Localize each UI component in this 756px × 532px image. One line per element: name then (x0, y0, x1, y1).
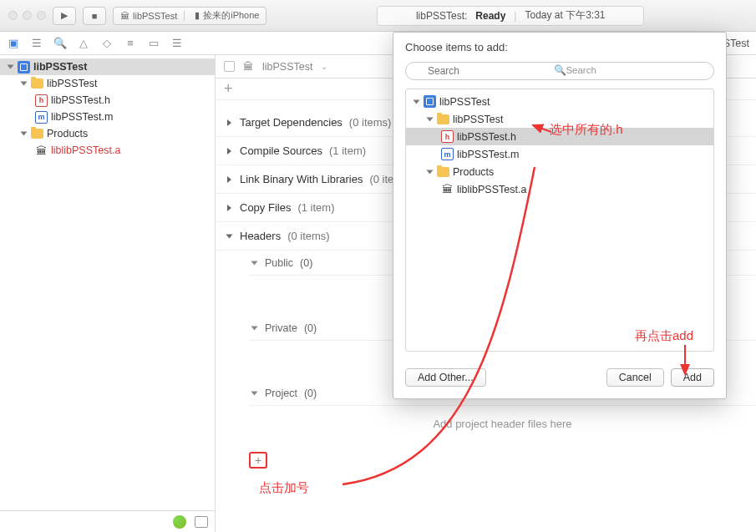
symbol-navigator-icon[interactable]: ☰ (30, 37, 43, 50)
sheet-lib-row[interactable]: 🏛 liblibPSSTest.a (406, 180, 713, 198)
phase-deps-label: Target Dependencies (240, 116, 342, 129)
folder-icon (437, 114, 449, 124)
sheet-footer: Add Other... Cancel Add (393, 360, 726, 398)
status-time: Today at 下午3:31 (525, 8, 605, 23)
headers-private-label: Private (265, 322, 297, 334)
file-h-label: libPSSTest.h (51, 94, 110, 106)
headers-project-count: (0) (304, 388, 317, 399)
group-main-row[interactable]: libPSSTest (0, 75, 215, 92)
sheet-file-m-label: libPSSTest.m (457, 149, 519, 160)
sheet-file-m-row[interactable]: m libPSSTest.m (406, 145, 713, 163)
target-name-label: libPSSTest (262, 61, 312, 73)
navigator-bottom-bar (0, 510, 215, 532)
zoom-window-icon[interactable] (37, 11, 46, 20)
window-traffic-lights[interactable] (8, 11, 46, 20)
cancel-button[interactable]: Cancel (606, 368, 664, 387)
sheet-root-label: libPSSTest (439, 96, 490, 108)
stop-button[interactable]: ■ (83, 7, 106, 25)
device-icon: ▮ (195, 10, 200, 21)
report-navigator-icon[interactable]: ☰ (170, 37, 184, 50)
sheet-folder-label: libPSSTest (453, 114, 503, 125)
target-lib-icon: 🏛 (243, 61, 254, 73)
folder-icon (31, 79, 43, 89)
phase-compile-label: Compile Sources (240, 144, 322, 157)
project-navigator-icon[interactable]: ▣ (7, 37, 20, 50)
target-list-icon[interactable] (224, 61, 235, 72)
phase-deps-count: (0 items) (349, 116, 392, 129)
project-navigator: libPSSTest libPSSTest h libPSSTest.h m l… (0, 55, 216, 532)
library-icon: 🏛 (120, 11, 129, 21)
sheet-file-h-label: libPSSTest.h (457, 131, 516, 143)
search-placeholder-overlay: Search (566, 65, 596, 75)
library-icon: 🏛 (35, 144, 48, 157)
run-button[interactable]: ▶ (53, 7, 76, 25)
file-m-label: libPSSTest.m (51, 111, 113, 123)
close-window-icon[interactable] (8, 11, 18, 20)
headers-project-placeholder: Add project header files here (249, 406, 756, 447)
test-navigator-icon[interactable]: ◇ (100, 37, 114, 50)
headers-project-label: Project (265, 388, 297, 399)
sheet-products-label: Products (453, 166, 494, 178)
file-m-row[interactable]: m libPSSTest.m (0, 109, 215, 125)
group-products-row[interactable]: Products (0, 125, 215, 142)
impl-file-icon: m (35, 111, 48, 124)
sheet-lib-label: liblibPSSTest.a (457, 184, 526, 195)
expand-icon[interactable] (195, 516, 208, 528)
impl-file-icon: m (441, 148, 454, 160)
add-header-button[interactable]: + (249, 452, 267, 469)
sheet-root-row[interactable]: libPSSTest (406, 93, 713, 110)
library-icon: 🏛 (441, 183, 454, 195)
scheme-device-label: 捡来的iPhone (203, 9, 259, 22)
sheet-folder-row[interactable]: libPSSTest (406, 110, 713, 128)
sheet-file-h-row[interactable]: h libPSSTest.h (406, 128, 713, 145)
activity-status: libPSSTest: Ready | Today at 下午3:31 (273, 6, 748, 26)
phase-compile-count: (1 item) (329, 144, 366, 157)
headers-public-label: Public (265, 257, 293, 269)
sheet-file-tree[interactable]: libPSSTest libPSSTest h libPSSTest.h m l… (405, 89, 714, 352)
phase-copy-label: Copy Files (240, 201, 291, 214)
add-other-button[interactable]: Add Other... (405, 368, 486, 387)
window-titlebar: ▶ ■ 🏛libPSSTest ▮捡来的iPhone libPSSTest: R… (0, 0, 756, 32)
project-icon (18, 61, 30, 73)
minimize-window-icon[interactable] (23, 11, 32, 20)
sheet-title: Choose items to add: (393, 33, 726, 58)
header-file-icon: h (441, 130, 454, 143)
scheme-target-label: libPSSTest (133, 11, 177, 21)
group-products-label: Products (47, 128, 88, 139)
issue-navigator-icon[interactable]: △ (77, 37, 90, 50)
phase-headers-count: (0 items) (287, 230, 330, 242)
add-button[interactable]: Add (671, 368, 714, 387)
sheet-products-row[interactable]: Products (406, 163, 713, 180)
activity-indicator-icon[interactable] (173, 515, 186, 529)
project-icon (424, 95, 436, 108)
phase-headers-label: Headers (240, 230, 281, 242)
find-navigator-icon[interactable]: 🔍 (53, 37, 67, 50)
product-lib-label: liblibPSSTest.a (51, 144, 120, 156)
project-root-label: libPSSTest (33, 61, 87, 73)
folder-icon (437, 167, 449, 177)
product-lib-row[interactable]: 🏛 liblibPSSTest.a (0, 142, 215, 159)
group-main-label: libPSSTest (47, 78, 97, 89)
status-ready: Ready (475, 10, 505, 22)
choose-items-sheet: Choose items to add: 🔍 Search libPSSTest… (393, 32, 727, 399)
caret-icon: ⌄ (321, 62, 327, 71)
headers-private-count: (0) (304, 322, 317, 334)
phase-copy-count: (1 item) (297, 201, 334, 214)
search-icon: 🔍 (554, 64, 566, 76)
phase-link-label: Link Binary With Libraries (240, 173, 363, 185)
project-root-row[interactable]: libPSSTest (0, 58, 215, 75)
folder-icon (31, 129, 43, 139)
scheme-selector[interactable]: 🏛libPSSTest ▮捡来的iPhone (113, 7, 266, 25)
headers-public-count: (0) (300, 257, 312, 269)
file-h-row[interactable]: h libPSSTest.h (0, 92, 215, 109)
sheet-search[interactable]: 🔍 Search (405, 62, 714, 80)
breakpoint-navigator-icon[interactable]: ▭ (147, 37, 160, 50)
status-target: libPSSTest: (416, 10, 467, 22)
header-file-icon: h (35, 94, 48, 107)
debug-navigator-icon[interactable]: ≡ (124, 37, 137, 50)
